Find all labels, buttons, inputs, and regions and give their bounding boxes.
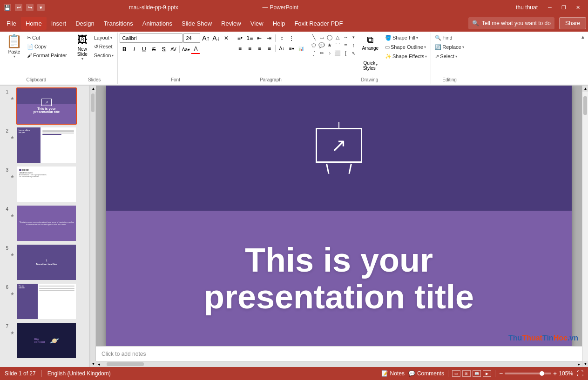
layout-button[interactable]: Layout▾ [92, 33, 116, 42]
canvas-inner[interactable]: ↗ T [96, 86, 582, 346]
section-button[interactable]: Section▾ [92, 51, 116, 60]
slide-item-2[interactable]: 2 ★ Lorem ultimefor you [2, 127, 88, 164]
curve-shape[interactable]: ∫ [310, 49, 318, 57]
slide-thumb-3[interactable]: Hello! I AM JAYDEN SMITHA writer between… [16, 166, 77, 203]
slide-item-1[interactable]: 1 ★ ↗ This is yourpresentation title [2, 87, 88, 125]
strikethrough-button[interactable]: S [149, 45, 158, 54]
chevron-shape[interactable]: › [326, 49, 333, 57]
decrease-font-button[interactable]: A↓ [211, 33, 221, 43]
slideshow-button[interactable]: ▶ [483, 370, 491, 377]
align-text-button[interactable]: ≡▾ [287, 44, 296, 53]
columns-button[interactable]: ⋮ [287, 33, 296, 43]
select-button[interactable]: ↗Select▾ [433, 52, 459, 60]
find-button[interactable]: 🔍Find [433, 33, 454, 42]
fit-slide-button[interactable]: ⛶ [577, 370, 583, 377]
menu-review[interactable]: Review [216, 17, 246, 30]
slide-thumb-4[interactable]: "Quotations are commonly printed as a ve… [16, 205, 77, 242]
right-scroll-down[interactable]: ▼ [582, 361, 588, 367]
redo-icon[interactable]: ↪ [26, 4, 34, 11]
zoom-slider[interactable] [505, 373, 551, 374]
scroll-thumb[interactable] [91, 93, 95, 112]
callout-shape[interactable]: 💬 [318, 41, 325, 49]
customize-icon[interactable]: ▾ [37, 4, 45, 11]
increase-indent-button[interactable]: ⇥ [264, 33, 274, 43]
scroll-left-arrow[interactable]: ◄ [96, 361, 102, 367]
notes-area[interactable]: Click to add notes [96, 346, 582, 361]
align-right-button[interactable]: ≡ [255, 44, 264, 53]
arrange-button[interactable]: ⧉ Arrange [359, 33, 381, 60]
main-slide[interactable]: ↗ T [106, 86, 572, 346]
right-scroll-thumb[interactable] [583, 96, 587, 115]
slide-panel-scrollbar[interactable]: ▲ ▼ [90, 86, 96, 367]
copy-button[interactable]: 📄Copy [25, 42, 69, 51]
zoom-thumb[interactable] [540, 371, 544, 376]
numbering-button[interactable]: 1≡ [245, 33, 254, 43]
char-spacing-button[interactable]: AV [169, 45, 178, 54]
slide-item-3[interactable]: 3 ★ Hello! I AM JAYDEN SMITHA writer bet… [2, 166, 88, 203]
slide-item-5[interactable]: 5 ★ 1 Transition headline [2, 244, 88, 281]
text-box-shape[interactable]: ⬜ [334, 49, 341, 57]
slide-item-7[interactable]: 7 ★ Bigconcept 🪐 [2, 322, 88, 359]
new-slide-arrow[interactable]: ▾ [81, 57, 83, 61]
more-shapes[interactable]: ▾ [350, 33, 357, 41]
cut-button[interactable]: ✂Cut [25, 33, 69, 42]
pentagon-shape[interactable]: ⬠ [310, 41, 318, 49]
align-left-button[interactable]: ≡ [235, 44, 244, 53]
wave-shape[interactable]: ∿ [350, 49, 357, 57]
underline-button[interactable]: U [139, 45, 149, 54]
text-shadow-button[interactable]: S [159, 45, 168, 54]
bracket-shape[interactable]: [ [342, 49, 349, 57]
slide-thumb-6[interactable]: This is aslide title [16, 283, 77, 320]
line-spacing-button[interactable]: ↕ [277, 33, 286, 43]
share-button[interactable]: Share [559, 17, 586, 29]
up-arrow-shape[interactable]: ↑ [350, 41, 357, 49]
search-box[interactable]: 🔍 Tell me what you want to do [468, 17, 554, 29]
menu-insert[interactable]: Insert [47, 17, 71, 30]
justify-button[interactable]: ≡ [264, 44, 274, 53]
align-center-button[interactable]: ≡ [245, 44, 254, 53]
change-case-button[interactable]: Aa▾ [181, 45, 190, 54]
paste-arrow[interactable]: ▾ [14, 54, 15, 59]
restore-button[interactable]: ❐ [557, 2, 570, 13]
increase-font-button[interactable]: A↑ [201, 33, 210, 43]
menu-design[interactable]: Design [71, 17, 99, 30]
new-slide-button[interactable]: 🖼 NewSlide ▾ [73, 33, 92, 67]
star-shape[interactable]: ★ [326, 41, 333, 49]
triangle-shape[interactable]: △ [334, 33, 341, 41]
quick-styles-button[interactable]: QuickStyles ▾ [359, 60, 381, 69]
smartart-button[interactable]: 📊 [297, 44, 306, 53]
menu-animations[interactable]: Animations [138, 17, 177, 30]
menu-transitions[interactable]: Transitions [99, 17, 138, 30]
menu-help[interactable]: Help [268, 17, 290, 30]
minimize-button[interactable]: ─ [543, 2, 556, 13]
menu-slideshow[interactable]: Slide Show [177, 17, 216, 30]
equation-shape[interactable]: = [342, 41, 349, 49]
menu-home[interactable]: Home [21, 17, 47, 30]
right-scrollbar[interactable]: ▲ ▼ [582, 86, 588, 367]
menu-file[interactable]: File [2, 17, 21, 30]
menu-view[interactable]: View [246, 17, 268, 30]
circle-shape[interactable]: ◯ [326, 33, 333, 41]
clear-format-button[interactable]: ✕ [222, 33, 231, 43]
close-button[interactable]: ✕ [571, 2, 584, 13]
slide-item-6[interactable]: 6 ★ This is aslide title [2, 283, 88, 320]
connector-shape[interactable]: ⌒ [334, 41, 341, 49]
shape-fill-button[interactable]: 🪣Shape Fill▾ [383, 33, 429, 42]
freeform-shape[interactable]: ✏ [318, 49, 325, 57]
text-direction-button[interactable]: A↕ [277, 44, 286, 53]
replace-button[interactable]: 🔄Replace▾ [433, 43, 466, 51]
save-icon[interactable]: 💾 [4, 4, 11, 11]
slide-thumb-1[interactable]: ↗ This is yourpresentation title [16, 87, 77, 125]
rect-shape[interactable]: ▭ [318, 33, 325, 41]
paste-button[interactable]: 📋 Paste ▾ [4, 33, 25, 67]
bold-button[interactable]: B [120, 45, 129, 54]
bullets-button[interactable]: ≡• [235, 33, 244, 43]
zoom-out-button[interactable]: − [499, 370, 503, 377]
font-name-input[interactable]: Calibri [120, 33, 182, 43]
italic-button[interactable]: I [129, 45, 139, 54]
normal-view-button[interactable]: ▭ [452, 370, 460, 377]
h-scroll-thumb[interactable] [107, 362, 144, 366]
reset-button[interactable]: ↺Reset [92, 42, 116, 51]
comments-button[interactable]: 💬 Comments [408, 370, 444, 377]
format-painter-button[interactable]: 🖌Format Painter [25, 51, 69, 60]
